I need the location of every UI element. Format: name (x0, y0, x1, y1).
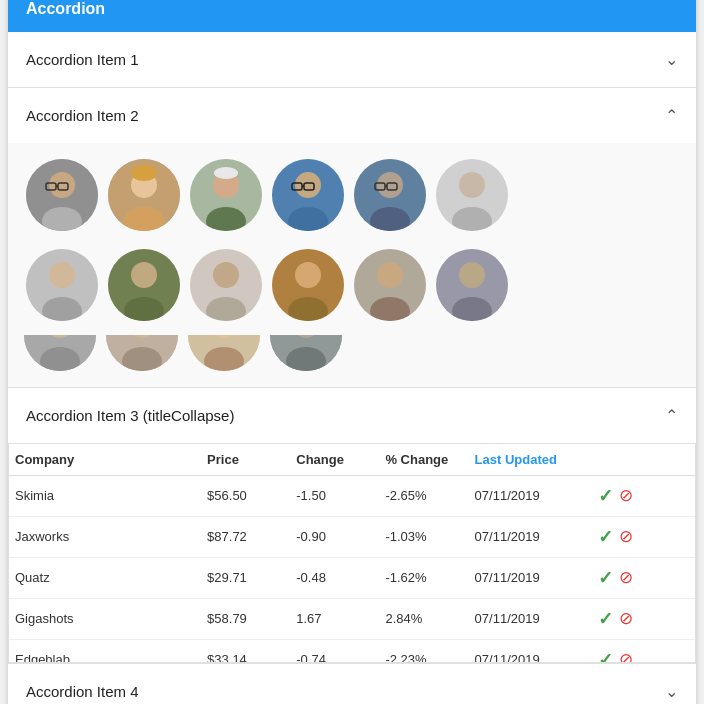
svg-point-13 (214, 167, 238, 179)
cell-actions: ✓ ⊘ (592, 516, 695, 557)
svg-point-39 (295, 262, 321, 288)
ban-icon[interactable]: ⊘ (619, 526, 633, 547)
accordion-item-1-header[interactable]: Accordion Item 1 ⌄ (8, 32, 696, 87)
svg-point-30 (49, 262, 75, 288)
cell-updated: 07/11/2019 (469, 516, 592, 557)
col-header-pchange: % Change (379, 444, 468, 476)
accordion-item-2-content (8, 143, 696, 387)
chevron-up-icon-3: ⌃ (665, 406, 678, 425)
ban-icon[interactable]: ⊘ (619, 567, 633, 588)
avatar-grid-row2 (24, 245, 680, 325)
chevron-down-icon: ⌄ (665, 50, 678, 69)
cell-company: Jaxworks (9, 516, 201, 557)
avatar-3 (190, 159, 262, 231)
accordion-item-3-label: Accordion Item 3 (titleCollapse) (26, 407, 234, 424)
stock-table: Company Price Change % Change Last Updat… (9, 444, 695, 663)
col-header-change: Change (290, 444, 379, 476)
check-icon[interactable]: ✓ (598, 485, 613, 507)
cell-price: $58.79 (201, 598, 290, 639)
avatar-grid-row3-partial (24, 335, 680, 371)
cell-actions: ✓ ⊘ (592, 639, 695, 663)
avatar-9 (190, 249, 262, 321)
cell-updated: 07/11/2019 (469, 557, 592, 598)
cell-price: $33.14 (201, 639, 290, 663)
table-row: Gigashots $58.79 1.67 2.84% 07/11/2019 ✓… (9, 598, 695, 639)
accordion-main-header: Accordion (8, 0, 696, 32)
cell-actions: ✓ ⊘ (592, 557, 695, 598)
accordion-item-1: Accordion Item 1 ⌄ (8, 32, 696, 88)
cell-pchange: -2.65% (379, 475, 468, 516)
accordion-item-3: Accordion Item 3 (titleCollapse) ⌃ Compa… (8, 388, 696, 664)
cell-price: $29.71 (201, 557, 290, 598)
ban-icon[interactable]: ⊘ (619, 649, 633, 663)
accordion-title: Accordion (26, 0, 105, 17)
avatar-10 (272, 249, 344, 321)
check-icon[interactable]: ✓ (598, 649, 613, 663)
svg-point-42 (377, 262, 403, 288)
avatar-8 (108, 249, 180, 321)
accordion-item-4: Accordion Item 4 ⌄ (8, 664, 696, 705)
avatar-13 (24, 335, 96, 371)
cell-updated: 07/11/2019 (469, 598, 592, 639)
svg-point-36 (213, 262, 239, 288)
avatar-5 (354, 159, 426, 231)
ban-icon[interactable]: ⊘ (619, 608, 633, 629)
svg-point-9 (131, 165, 157, 181)
cell-pchange: -1.03% (379, 516, 468, 557)
accordion-item-3-content: Company Price Change % Change Last Updat… (8, 443, 696, 663)
cell-pchange: -2.23% (379, 639, 468, 663)
cell-updated: 07/11/2019 (469, 475, 592, 516)
svg-point-27 (459, 172, 485, 198)
svg-point-21 (377, 172, 403, 198)
avatar-16 (270, 335, 342, 371)
avatar-15 (188, 335, 260, 371)
accordion-item-1-label: Accordion Item 1 (26, 51, 139, 68)
cell-actions: ✓ ⊘ (592, 475, 695, 516)
avatar-4 (272, 159, 344, 231)
col-header-actions (592, 444, 695, 476)
check-icon[interactable]: ✓ (598, 567, 613, 589)
col-header-updated: Last Updated (469, 444, 592, 476)
cell-change: -0.48 (290, 557, 379, 598)
avatar-1 (26, 159, 98, 231)
svg-point-33 (131, 262, 157, 288)
col-header-company: Company (9, 444, 201, 476)
accordion-item-2-label: Accordion Item 2 (26, 107, 139, 124)
cell-company: Quatz (9, 557, 201, 598)
table-row: Skimia $56.50 -1.50 -2.65% 07/11/2019 ✓ … (9, 475, 695, 516)
cell-pchange: 2.84% (379, 598, 468, 639)
cell-actions: ✓ ⊘ (592, 598, 695, 639)
cell-price: $56.50 (201, 475, 290, 516)
cell-company: Gigashots (9, 598, 201, 639)
accordion-item-4-header[interactable]: Accordion Item 4 ⌄ (8, 664, 696, 705)
table-row: Quatz $29.71 -0.48 -1.62% 07/11/2019 ✓ ⊘ (9, 557, 695, 598)
avatar-12 (436, 249, 508, 321)
avatar-7 (26, 249, 98, 321)
accordion-item-2: Accordion Item 2 ⌃ (8, 88, 696, 388)
avatar-grid-row1 (24, 155, 680, 235)
avatar-6 (436, 159, 508, 231)
svg-point-45 (459, 262, 485, 288)
cell-price: $87.72 (201, 516, 290, 557)
check-icon[interactable]: ✓ (598, 526, 613, 548)
avatar-14 (106, 335, 178, 371)
cell-company: Edgeblab (9, 639, 201, 663)
accordion-item-3-header[interactable]: Accordion Item 3 (titleCollapse) ⌃ (8, 388, 696, 443)
cell-change: -1.50 (290, 475, 379, 516)
cell-change: -0.90 (290, 516, 379, 557)
accordion-item-4-label: Accordion Item 4 (26, 683, 139, 700)
svg-point-15 (295, 172, 321, 198)
svg-point-1 (49, 172, 75, 198)
accordion-container: Accordion Accordion Item 1 ⌄ Accordion I… (7, 0, 697, 704)
chevron-up-icon: ⌃ (665, 106, 678, 125)
cell-pchange: -1.62% (379, 557, 468, 598)
cell-change: -0.74 (290, 639, 379, 663)
avatar-11 (354, 249, 426, 321)
chevron-down-icon-4: ⌄ (665, 682, 678, 701)
cell-change: 1.67 (290, 598, 379, 639)
accordion-item-2-header[interactable]: Accordion Item 2 ⌃ (8, 88, 696, 143)
cell-company: Skimia (9, 475, 201, 516)
ban-icon[interactable]: ⊘ (619, 485, 633, 506)
stock-table-wrapper[interactable]: Company Price Change % Change Last Updat… (8, 443, 696, 663)
check-icon[interactable]: ✓ (598, 608, 613, 630)
